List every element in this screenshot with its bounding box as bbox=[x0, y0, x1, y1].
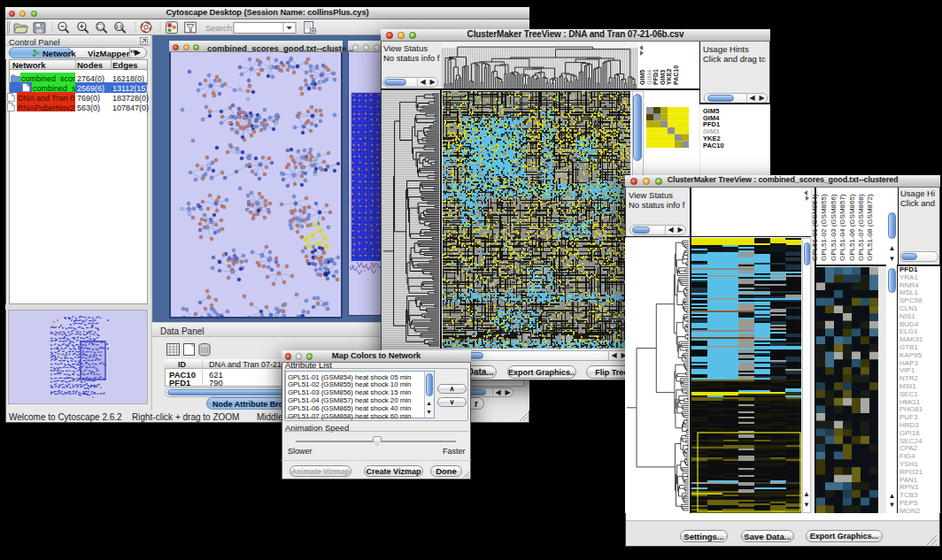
svg-text:1:1: 1:1 bbox=[116, 24, 122, 29]
svg-text:Search:: Search: bbox=[205, 23, 235, 33]
